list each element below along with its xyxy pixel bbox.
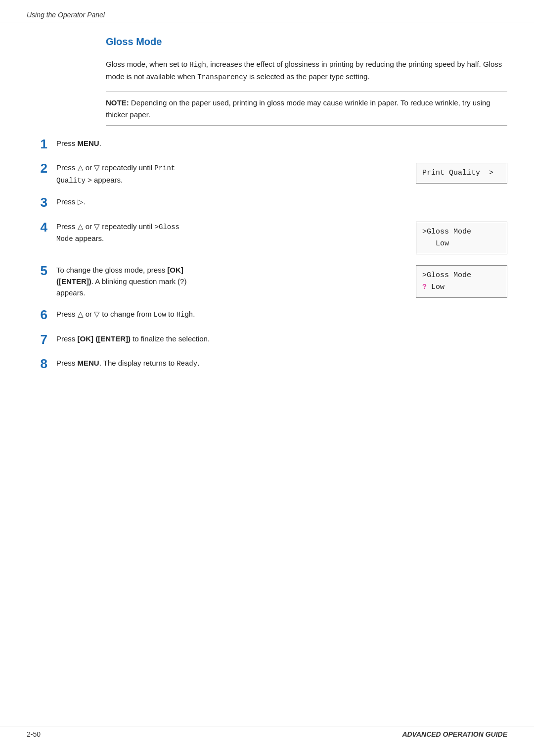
step-8-content: Press MENU. The display returns to Ready… — [56, 356, 507, 370]
step-4-with-display: Press △ or ▽ repeatedly until >Gloss Mod… — [56, 221, 507, 254]
step-2-lcd: Print Quality > — [416, 163, 507, 184]
step-5-content: To change the gloss mode, press [OK]([EN… — [56, 263, 507, 299]
intro-paragraph: Gloss mode, when set to High, increases … — [106, 58, 507, 83]
step-3: 3 Press ▷. — [27, 195, 507, 210]
step-8-bold: MENU — [78, 359, 99, 367]
step-8-code: Ready — [177, 360, 197, 368]
step-4-text: Press △ or ▽ repeatedly until >Gloss Mod… — [56, 221, 401, 245]
step-7-content: Press [OK] ([ENTER]) to finalize the sel… — [56, 332, 507, 344]
step-3-content: Press ▷. — [56, 195, 507, 207]
step-5-with-display: To change the gloss mode, press [OK]([EN… — [56, 264, 507, 299]
inline-code-transparency: Transparency — [197, 73, 247, 81]
page-header: Using the Operator Panel — [0, 0, 534, 22]
step-6-code1: Low — [154, 311, 166, 319]
footer-left: 2-50 — [27, 730, 41, 738]
step-5: 5 To change the gloss mode, press [OK]([… — [27, 263, 507, 299]
note-box: NOTE: Depending on the paper used, print… — [106, 92, 507, 126]
step-5-text: To change the gloss mode, press [OK]([EN… — [56, 264, 401, 299]
step-2-code2: Quality — [56, 177, 86, 185]
page-footer: 2-50 ADVANCED OPERATION GUIDE — [0, 726, 534, 738]
step-4-code2: Mode — [56, 235, 73, 243]
step-6-content: Press △ or ▽ to change from Low to High. — [56, 307, 507, 321]
step-number-7: 7 — [27, 332, 56, 347]
footer-right: ADVANCED OPERATION GUIDE — [402, 730, 507, 738]
step-number-2: 2 — [27, 161, 56, 176]
step-number-1: 1 — [27, 137, 56, 152]
step-4-content: Press △ or ▽ repeatedly until >Gloss Mod… — [56, 220, 507, 254]
step-2-content: Press △ or ▽ repeatedly until Print Qual… — [56, 161, 507, 186]
step-8: 8 Press MENU. The display returns to Rea… — [27, 356, 507, 372]
step-6-code2: High — [177, 311, 193, 319]
step-number-3: 3 — [27, 195, 56, 210]
step-2-text: Press △ or ▽ repeatedly until Print Qual… — [56, 162, 401, 186]
step-4-lcd: >Gloss Mode Low — [416, 222, 507, 254]
step-number-5: 5 — [27, 263, 56, 279]
step-1: 1 Press MENU. — [27, 137, 507, 152]
step-1-bold: MENU — [78, 139, 99, 147]
step-7-bold: [OK] ([ENTER]) — [78, 334, 131, 343]
step-5-question-mark: ? — [422, 283, 427, 291]
step-number-4: 4 — [27, 220, 56, 235]
step-2-code1: Print — [154, 164, 175, 172]
step-2: 2 Press △ or ▽ repeatedly until Print Qu… — [27, 161, 507, 186]
note-text: Depending on the paper used, printing in… — [106, 98, 490, 118]
content-area: Gloss Mode Gloss mode, when set to High,… — [0, 22, 534, 420]
step-7: 7 Press [OK] ([ENTER]) to finalize the s… — [27, 332, 507, 347]
step-6: 6 Press △ or ▽ to change from Low to Hig… — [27, 307, 507, 323]
step-4-code1: Gloss — [159, 223, 179, 231]
section-title: Gloss Mode — [106, 36, 507, 47]
step-1-content: Press MENU. — [56, 137, 507, 149]
inline-code-high: High — [189, 61, 206, 69]
note-label: NOTE: — [106, 98, 129, 107]
page: Using the Operator Panel Gloss Mode Glos… — [0, 0, 534, 756]
step-number-8: 8 — [27, 356, 56, 372]
step-2-with-display: Press △ or ▽ repeatedly until Print Qual… — [56, 162, 507, 186]
step-5-lcd: >Gloss Mode? Low — [416, 265, 507, 298]
step-4: 4 Press △ or ▽ repeatedly until >Gloss M… — [27, 220, 507, 254]
steps-section: 1 Press MENU. 2 Press △ or ▽ repeatedly … — [27, 137, 507, 372]
step-5-bold1: [OK]([ENTER]) — [56, 266, 183, 285]
step-number-6: 6 — [27, 307, 56, 323]
header-left: Using the Operator Panel — [27, 11, 105, 19]
